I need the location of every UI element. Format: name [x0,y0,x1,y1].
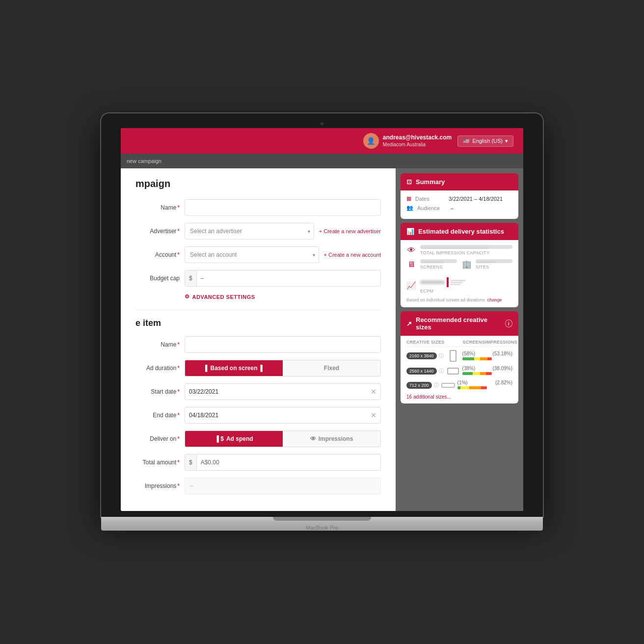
svg-rect-1 [448,368,458,374]
create-advertiser-link[interactable]: + Create a new advertiser [319,228,381,234]
clear-end-date-btn[interactable]: ✕ [371,411,376,419]
account-select[interactable]: Select an account [185,246,319,263]
account-row: Account* Select an account ▾ + Create a … [135,246,381,263]
summary-icon: ⊡ [406,178,412,186]
impression-capacity-stat: 👁 TOTAL IMPRESSION CAPACITY [406,245,512,255]
screens-pct: (1%) [457,380,468,385]
creative-sizes-col-header: CREATIVE SIZES [406,340,456,345]
size-badge: 2560 x 1440 [406,368,437,375]
end-date-value: 04/18/2021 [189,412,371,419]
line-item-title: e item [135,318,381,328]
ecpm-dashes [451,280,465,285]
size-preview [446,350,460,362]
user-email: andreas@hivestack.com [383,134,452,142]
language-selector[interactable]: 🇺🇸 English (US) ▾ [457,135,513,147]
end-date-row: End date* 04/18/2021 ✕ [135,407,381,424]
delivery-icon: 📊 [406,228,414,235]
screens-pct: (58%) [462,351,476,356]
impression-capacity-label: TOTAL IMPRESSION CAPACITY [420,250,512,255]
start-date-label: Start date* [135,388,180,395]
delivery-card-header: 📊 Estimated delivery statistics [401,223,518,240]
ad-duration-toggle: ▐ Based on screen ▌ Fixed [185,360,381,376]
summary-panel: ⊡ Summary ▦ Dates 3/22/2021 – 4/18/2021 … [396,168,523,511]
size-info-icon[interactable]: ⓘ [434,382,439,389]
form-panel: mpaign Name* Advertiser* [121,168,396,511]
screens-bar-bg [420,259,457,263]
budget-input-wrapper: $ – [185,270,381,287]
clear-start-date-btn[interactable]: ✕ [371,388,376,396]
impression-capacity-content: TOTAL IMPRESSION CAPACITY [420,245,512,255]
total-amount-row: Total amount* $ A$0.00 [135,454,381,471]
ecpm-bar [420,280,445,284]
start-date-input-wrapper[interactable]: 03/22/2021 ✕ [185,383,381,400]
creative-icon: ↗ [406,320,412,327]
advertiser-row: Advertiser* Select an advertiser ▾ + Cre… [135,223,381,240]
more-sizes-link[interactable]: 16 additional sizes... [406,394,512,400]
impressions-pct: (2.82%) [495,380,512,385]
deliver-on-label: Deliver on* [135,435,180,442]
total-value: A$0.00 [197,459,380,466]
change-link[interactable]: change [487,297,502,302]
start-date-row: Start date* 03/22/2021 ✕ [135,383,381,400]
impressions-pct: (38.09%) [492,366,512,371]
create-account-link[interactable]: + Create a new account [324,252,381,258]
campaign-section: mpaign Name* Advertiser* [135,178,381,300]
creative-sizes-card: ↗ Recommended creative sizes i CREATIVE … [401,311,518,403]
audience-value: – [451,205,454,211]
impression-bar-bg [420,245,512,249]
size-info-icon[interactable]: ⓘ [439,368,444,375]
fixed-btn[interactable]: Fixed [283,360,380,376]
size-stats: (38%) (38.09%) [462,366,512,376]
advertiser-select[interactable]: Select an advertiser [185,223,314,240]
right-indicator: ▌ [261,365,265,372]
impressions-label: Impressions* [135,483,180,489]
advanced-settings-toggle[interactable]: ⚙ ADVANCED SETTINGS [185,294,381,300]
account-select-wrapper: Select an account ▾ [185,246,319,263]
end-date-label: End date* [135,412,180,419]
creative-table-header: CREATIVE SIZES SCREENS IMPRESSIONS [406,340,512,347]
budget-value: – [197,275,380,282]
size-stats: (58%) (53.18%) [462,351,512,361]
campaign-title: mpaign [135,178,381,189]
based-on-screen-btn[interactable]: ▐ Based on screen ▌ [185,360,283,376]
size-stats: (1%) (2.82%) [457,380,512,390]
impressions-btn[interactable]: 👁 Impressions [283,431,380,447]
ad-spend-btn[interactable]: ▐ $ Ad spend [185,431,283,447]
total-input-wrapper: $ A$0.00 [185,454,381,471]
ecpm-icon: 📈 [406,281,416,290]
size-info-icon[interactable]: ⓘ [439,352,444,359]
advanced-settings-label: ADVANCED SETTINGS [192,294,255,300]
creative-rows-container: 2160 x 3840 ⓘ (58%) (53.18%) 2560 x 1440… [406,350,512,390]
section-divider [135,310,381,310]
sites-label: SITES [476,265,512,269]
impressions-pct: (53.18%) [492,351,512,356]
creative-size-row: 2160 x 3840 ⓘ (58%) (53.18%) [406,350,512,362]
campaign-name-input[interactable] [185,199,381,216]
budget-label: Budget cap [135,275,180,282]
start-date-value: 03/22/2021 [189,388,371,395]
sites-col: 🏢 SITES [462,259,512,273]
line-item-name-input[interactable] [185,336,381,353]
size-badge: 712 x 200 [406,382,432,389]
camera [321,122,323,125]
info-icon[interactable]: i [505,320,512,327]
screens-sites-row: 🖥 SCREENS [406,259,512,273]
end-date-input-wrapper[interactable]: 04/18/2021 ✕ [185,407,381,424]
laptop-screen: 👤 andreas@hivestack.com Mediacom Austral… [121,128,523,511]
total-amount-label: Total amount* [135,459,180,466]
laptop-hinge [273,517,371,521]
ecpm-red-bar [447,277,449,287]
laptop-label-area: MacBook Pro [101,521,543,533]
screens-col-header: SCREENS [456,340,485,345]
svg-rect-2 [442,383,455,387]
header-bar: 👤 andreas@hivestack.com Mediacom Austral… [121,128,523,154]
sites-bar [476,262,496,263]
ecpm-stat: 📈 [406,277,512,294]
eye-stat-icon: 👁 [406,246,416,255]
screen-bezel: 👤 andreas@hivestack.com Mediacom Austral… [101,113,543,517]
screens-bar [420,262,444,263]
user-org: Mediacom Australia [383,141,452,148]
svg-rect-0 [450,350,456,361]
currency-symbol: $ [185,270,197,286]
deliver-on-row: Deliver on* ▐ $ Ad spend 👁 Impressions [135,430,381,447]
